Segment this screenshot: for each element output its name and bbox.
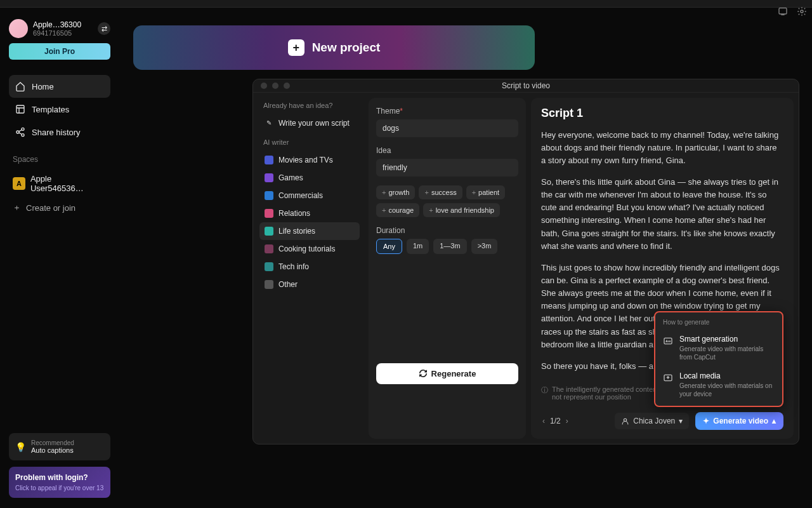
prev-arrow[interactable]: ‹	[541, 415, 546, 427]
duration-1-3m[interactable]: 1—3m	[433, 239, 466, 254]
regenerate-button[interactable]: Regenerate	[376, 363, 518, 384]
join-pro-button[interactable]: Join Pro	[9, 43, 110, 60]
voice-select[interactable]: Chica Joven ▾	[615, 413, 689, 429]
pager-text: 1/2	[550, 417, 561, 425]
chip-patient[interactable]: +patient	[466, 185, 505, 199]
script-paragraph: So, there's this little quirk about Gina…	[541, 176, 783, 253]
chevron-up-icon: ▴	[772, 417, 776, 425]
popup-title: How to generate	[655, 318, 782, 330]
form-column: Theme* Idea +growth +success +patient +c…	[369, 98, 526, 439]
writer-tech[interactable]: Tech info	[259, 258, 360, 276]
banner-label: New project	[312, 41, 381, 55]
relations-icon	[265, 209, 273, 218]
window-controls[interactable]	[261, 83, 290, 89]
chip-success[interactable]: +success	[419, 185, 462, 199]
plus-icon: +	[382, 206, 386, 214]
writer-label: Movies and TVs	[278, 156, 333, 164]
duration-1m[interactable]: 1m	[407, 239, 429, 254]
option-smart-generation[interactable]: Smart generation Generate video with mat…	[655, 330, 782, 366]
svg-point-11	[624, 418, 627, 421]
writer-label: Games	[278, 173, 303, 182]
next-arrow[interactable]: ›	[565, 415, 570, 427]
writer-movies[interactable]: Movies and TVs	[259, 151, 360, 169]
generate-label: Generate video	[713, 417, 768, 425]
option-title: Local media	[679, 371, 775, 380]
modal-header: Script to video	[253, 79, 799, 93]
svg-rect-12	[664, 338, 672, 344]
option-local-media[interactable]: Local media Generate video with material…	[655, 366, 782, 403]
duration-gt3m[interactable]: >3m	[471, 239, 498, 254]
writer-cooking[interactable]: Cooking tutorials	[259, 240, 360, 258]
movies-icon	[265, 156, 273, 164]
pager: ‹ 1/2 ›	[541, 415, 570, 427]
ai-icon	[663, 336, 673, 361]
space-name: Apple User546536…	[30, 174, 107, 193]
plus-icon: ＋	[13, 202, 21, 213]
templates-icon	[15, 104, 25, 114]
script-title: Script 1	[541, 107, 783, 120]
chip-label: courage	[388, 206, 414, 214]
script-paragraph: Hey everyone, welcome back to my channel…	[541, 129, 783, 167]
share-icon	[15, 127, 25, 137]
promo-auto-captions[interactable]: 💡 Recommended Auto captions	[9, 433, 110, 460]
nav-label: Share history	[32, 128, 81, 137]
theme-input[interactable]	[376, 119, 518, 137]
sidebar: Apple…36300 6941716505 ⇄ Join Pro Home T…	[0, 8, 119, 508]
profile[interactable]: Apple…36300 6941716505 ⇄	[9, 19, 110, 38]
svg-point-5	[22, 134, 24, 137]
writer-life-stories[interactable]: Life stories	[259, 222, 360, 240]
plus-icon: +	[288, 39, 304, 56]
writer-label: Other	[278, 280, 298, 289]
ai-writer-label: AI writer	[259, 138, 360, 146]
option-sub: Generate video with materials on your de…	[679, 382, 775, 398]
sparkle-icon: ✦	[703, 417, 709, 425]
writer-commercials[interactable]: Commercials	[259, 187, 360, 204]
spaces-label: Spaces	[13, 155, 110, 164]
chip-courage[interactable]: +courage	[376, 203, 419, 217]
writer-label: Life stories	[278, 227, 315, 236]
games-icon	[265, 173, 273, 182]
space-item[interactable]: A Apple User546536…	[9, 170, 110, 197]
writer-label: Commercials	[278, 191, 323, 200]
other-icon	[265, 280, 273, 289]
chip-love-friendship[interactable]: +love and friendship	[423, 203, 500, 217]
new-project-banner[interactable]: + New project	[133, 25, 535, 70]
nav-label: Templates	[32, 105, 69, 114]
promo2-sub: Click to appeal if you're over 13	[15, 485, 104, 491]
generate-video-button[interactable]: ✦ Generate video ▴	[695, 412, 783, 430]
plus-icon: +	[472, 189, 476, 196]
nav-home[interactable]: Home	[9, 75, 110, 98]
modal-title: Script to video	[502, 81, 550, 90]
svg-point-3	[22, 128, 24, 130]
life-stories-icon	[265, 227, 273, 236]
duration-any[interactable]: Any	[376, 239, 402, 254]
write-own-script[interactable]: ✎ Write your own script	[259, 114, 360, 132]
svg-point-4	[16, 131, 19, 133]
chip-label: patient	[478, 189, 499, 196]
create-join-label: Create or join	[26, 203, 75, 213]
option-title: Smart generation	[679, 335, 775, 344]
script-footer: ‹ 1/2 › Chica Joven ▾ ✦ Generate video ▴	[541, 407, 783, 430]
nav-templates[interactable]: Templates	[9, 98, 110, 121]
pen-icon: ✎	[265, 119, 273, 128]
plus-icon: +	[382, 189, 386, 196]
switch-account-icon[interactable]: ⇄	[98, 22, 110, 35]
promo-small: Recommended	[31, 439, 74, 446]
main: + New project ▾ Trash 0507 (8) 16.2M | 0…	[119, 8, 812, 508]
plus-icon: +	[429, 206, 433, 214]
writer-relations[interactable]: Relations	[259, 204, 360, 222]
space-badge: A	[13, 177, 25, 190]
upload-icon	[663, 373, 673, 398]
commercials-icon	[265, 191, 273, 200]
avatar	[9, 19, 28, 38]
promo-login-problem[interactable]: Problem with login? Click to appeal if y…	[9, 467, 110, 498]
writer-column: Already have an idea? ✎ Write your own s…	[253, 93, 366, 444]
writer-other[interactable]: Other	[259, 276, 360, 293]
create-or-join[interactable]: ＋ Create or join	[9, 197, 110, 218]
nav-label: Home	[32, 82, 54, 91]
writer-games[interactable]: Games	[259, 169, 360, 187]
idea-input[interactable]	[376, 159, 518, 177]
nav-share-history[interactable]: Share history	[9, 121, 110, 144]
writer-label: Cooking tutorials	[278, 244, 335, 253]
chip-growth[interactable]: +growth	[376, 185, 415, 199]
